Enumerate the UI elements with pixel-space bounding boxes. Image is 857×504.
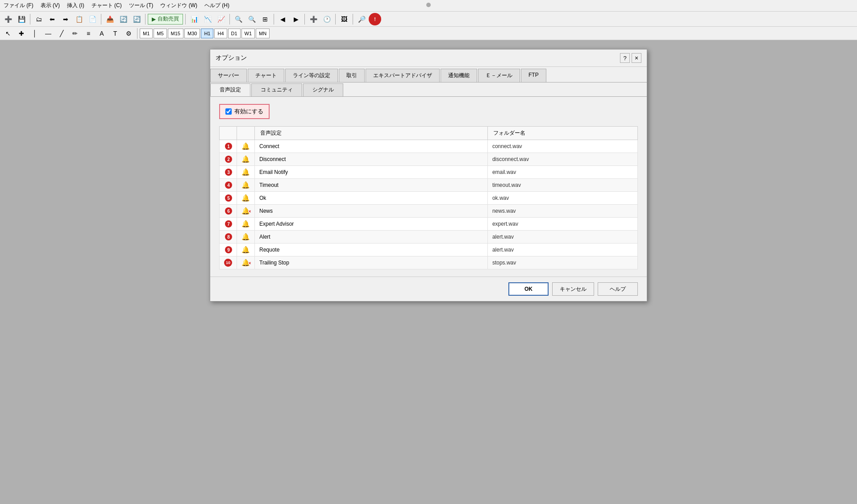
tb-zoom-in[interactable]: 🔍 <box>232 13 245 25</box>
dialog-title: オプション <box>216 54 247 62</box>
menu-view[interactable]: 表示 (V) <box>41 2 60 9</box>
tb-img[interactable]: 🖼 <box>338 13 350 25</box>
tf-d1[interactable]: D1 <box>228 29 241 38</box>
tb-clock[interactable]: 🕐 <box>320 13 333 25</box>
sound-table: 音声設定 フォルダー名 1🔔Connectconnect.wav2🔔Discon… <box>219 126 638 269</box>
tab-trading[interactable]: 取引 <box>339 69 365 82</box>
tb-add[interactable]: ➕ <box>2 13 14 25</box>
tb-back[interactable]: ⬅ <box>46 13 58 25</box>
row-bell-icon: 🔔 <box>237 179 255 192</box>
table-row[interactable]: 5🔔Okok.wav <box>220 192 638 205</box>
enable-checkbox[interactable] <box>225 108 232 115</box>
tb2-vline[interactable]: │ <box>29 27 41 40</box>
table-row[interactable]: 3🔔Email Notifyemail.wav <box>220 166 638 179</box>
bell-icon: 🔔 <box>241 155 250 163</box>
tab-chart[interactable]: チャート <box>248 69 284 82</box>
tb-refresh2[interactable]: 🔄 <box>130 13 143 25</box>
menu-chart[interactable]: チャート (C) <box>92 2 122 9</box>
tb-download[interactable]: 📥 <box>104 13 116 25</box>
tb-plus[interactable]: ➕ <box>307 13 320 25</box>
row-number: 10 <box>220 256 237 269</box>
tb-right[interactable]: ▶ <box>290 13 302 25</box>
tab-email[interactable]: Ｅ－メール <box>478 69 520 82</box>
table-row[interactable]: 6🔔✕Newsnews.wav <box>220 205 638 218</box>
dialog-help-button[interactable]: ? <box>620 53 630 63</box>
tb2-fib[interactable]: ≡ <box>82 27 95 40</box>
menu-file[interactable]: ファイル (F) <box>4 2 33 9</box>
sep-4 <box>185 14 186 25</box>
tb2-pen[interactable]: ✏ <box>69 27 81 40</box>
tf-w1[interactable]: W1 <box>241 29 255 38</box>
col-icon <box>237 127 255 140</box>
row-sound-name: News <box>255 205 488 218</box>
tb-left[interactable]: ◀ <box>276 13 289 25</box>
menu-help[interactable]: ヘルプ (H) <box>204 2 229 9</box>
tb-fwd[interactable]: ➡ <box>59 13 72 25</box>
tb-grid[interactable]: ⊞ <box>259 13 271 25</box>
tab-community[interactable]: コミュニティ <box>251 83 302 96</box>
tf-m15[interactable]: M15 <box>168 29 183 38</box>
menu-insert[interactable]: 挿入 (I) <box>67 2 84 9</box>
table-row[interactable]: 9🔔Requotealert.wav <box>220 244 638 256</box>
tab-sound-settings[interactable]: 音声設定 <box>210 83 250 96</box>
menu-window[interactable]: ウィンドウ (W) <box>160 2 197 9</box>
tf-m1[interactable]: M1 <box>140 29 153 38</box>
row-file-name: alert.wav <box>487 244 637 256</box>
auto-trade-button[interactable]: ▶ 自動売買 <box>148 14 183 25</box>
tab-notifications[interactable]: 通知機能 <box>441 69 477 82</box>
bell-x-icon: 🔔✕ <box>241 207 250 215</box>
tb-chart2[interactable]: 📉 <box>201 13 214 25</box>
enable-label[interactable]: 有効にする <box>234 107 263 116</box>
table-row[interactable]: 7🔔Expert Advisorexpert.wav <box>220 218 638 231</box>
tb-chart3[interactable]: 📈 <box>215 13 227 25</box>
tb2-label[interactable]: T <box>109 27 121 40</box>
tb-chart1[interactable]: 📊 <box>188 13 200 25</box>
tb-copy[interactable]: 📋 <box>73 13 85 25</box>
dialog-close-button[interactable]: × <box>632 53 641 63</box>
bell-icon: 🔔 <box>241 142 250 150</box>
tab-line-settings[interactable]: ライン等の設定 <box>285 69 338 82</box>
tf-m5[interactable]: M5 <box>154 29 166 38</box>
tf-h1[interactable]: H1 <box>201 29 213 38</box>
dialog-controls: ? × <box>620 53 641 63</box>
tb-search[interactable]: 🔎 <box>355 13 368 25</box>
row-sound-name: Connect <box>255 140 488 153</box>
table-row[interactable]: 4🔔Timeouttimeout.wav <box>220 179 638 192</box>
row-file-name: news.wav <box>487 205 637 218</box>
tab-ftp[interactable]: FTP <box>521 69 546 82</box>
table-row[interactable]: 2🔔Disconnectdisconnect.wav <box>220 153 638 166</box>
tab-signal[interactable]: シグナル <box>303 83 343 96</box>
tb2-text[interactable]: A <box>96 27 108 40</box>
tb2-trendline[interactable]: ╱ <box>55 27 68 40</box>
col-sound-name: 音声設定 <box>255 127 488 140</box>
toolbar-2: ↖ ✚ │ — ╱ ✏ ≡ A T ⚙ M1 M5 M15 M30 H1 H4 … <box>0 27 857 40</box>
tf-h4[interactable]: H4 <box>214 29 227 38</box>
tab-expert-advisor[interactable]: エキスパートアドバイザ <box>366 69 440 82</box>
tb-refresh[interactable]: 🔄 <box>117 13 129 25</box>
table-row[interactable]: 8🔔Alertalert.wav <box>220 231 638 244</box>
row-bell-icon: 🔔 <box>237 153 255 166</box>
tb2-cursor[interactable]: ↖ <box>2 27 14 40</box>
tb-save[interactable]: 💾 <box>15 13 28 25</box>
row-file-name: alert.wav <box>487 231 637 244</box>
tb2-hline[interactable]: — <box>42 27 54 40</box>
tf-m30[interactable]: M30 <box>184 29 200 38</box>
table-row[interactable]: 10🔔✕Trailing Stopstops.wav <box>220 256 638 269</box>
cancel-button[interactable]: キャンセル <box>552 282 594 296</box>
tb-folder[interactable]: 🗂 <box>33 13 45 25</box>
help-button[interactable]: ヘルプ <box>598 282 638 296</box>
ok-button[interactable]: OK <box>508 282 549 296</box>
tb-new[interactable]: 📄 <box>86 13 99 25</box>
row-number: 2 <box>220 153 237 166</box>
tb2-arrow[interactable]: ⚙ <box>122 27 135 40</box>
tb-zoom-out[interactable]: 🔍 <box>245 13 258 25</box>
options-dialog: オプション ? × サーバー チャート ライン等の設定 取引 エキスパートアドバ… <box>210 49 647 302</box>
menu-tools[interactable]: ツール (T) <box>129 2 154 9</box>
tb-notify[interactable]: ! <box>369 13 381 25</box>
row-file-name: disconnect.wav <box>487 153 637 166</box>
tf-mn[interactable]: MN <box>256 29 270 38</box>
tb2-cross[interactable]: ✚ <box>15 27 28 40</box>
table-row[interactable]: 1🔔Connectconnect.wav <box>220 140 638 153</box>
tab-server[interactable]: サーバー <box>210 69 247 82</box>
tab-bar-row1: サーバー チャート ライン等の設定 取引 エキスパートアドバイザ 通知機能 Ｅ－… <box>210 67 647 83</box>
